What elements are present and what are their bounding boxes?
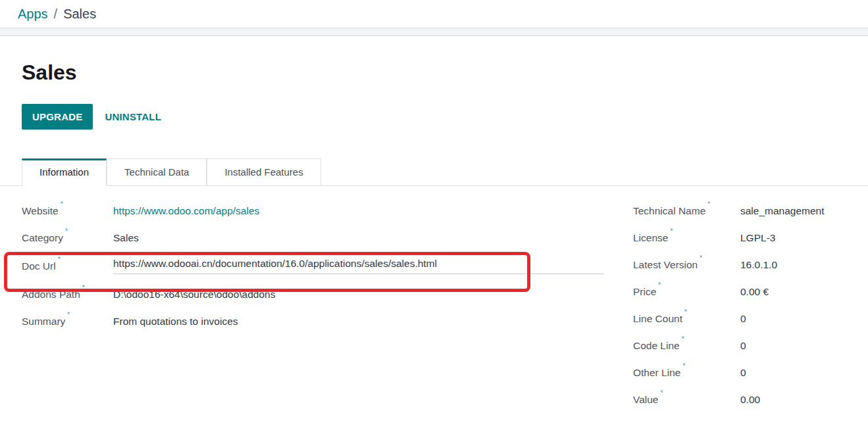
field-row-summary: Summary* From quotations to invoices <box>22 308 633 335</box>
uninstall-button[interactable]: UNINSTALL <box>105 111 161 122</box>
latest-version-label: Latest Version* <box>633 258 740 271</box>
technical-name-value: sale_management <box>740 205 825 217</box>
upgrade-button[interactable]: UPGRADE <box>22 104 93 130</box>
required-asterisk: * <box>65 228 68 235</box>
required-asterisk: * <box>707 201 710 208</box>
required-asterisk: * <box>58 256 61 263</box>
summary-label-text: Summary <box>22 316 65 327</box>
addons-path-label-text: Addons Path <box>22 289 80 300</box>
value-label: Value* <box>633 393 740 406</box>
latest-version-label-text: Latest Version <box>633 259 698 270</box>
breadcrumb-separator: / <box>54 7 58 22</box>
category-label: Category* <box>22 231 113 244</box>
tab-technical-data[interactable]: Technical Data <box>107 158 207 185</box>
line-count-value: 0 <box>740 313 746 325</box>
field-row-website: Website* https://www.odoo.com/app/sales <box>22 197 633 224</box>
required-asterisk: * <box>682 335 684 343</box>
line-count-label: Line Count* <box>633 312 740 325</box>
required-asterisk: * <box>67 311 70 318</box>
required-asterisk: * <box>682 362 685 370</box>
breadcrumb-apps-link[interactable]: Apps <box>18 7 48 22</box>
code-line-label: Code Line* <box>633 339 740 352</box>
field-row-addons-path: Addons Path* D:\odoo16-x64\source\odoo\a… <box>22 281 633 308</box>
required-asterisk: * <box>670 228 673 235</box>
field-row-line-count: Line Count* 0 <box>633 305 868 332</box>
field-row-doc-url: Doc Url* https://www.odooai.cn/documenta… <box>22 251 633 281</box>
summary-value: From quotations to invoices <box>113 316 238 327</box>
doc-url-label-text: Doc Url <box>22 260 56 272</box>
tab-installed-features[interactable]: Installed Features <box>207 158 320 185</box>
field-row-price: Price* 0.00 € <box>633 278 868 305</box>
other-line-label-text: Other Line <box>633 367 680 378</box>
breadcrumb-current: Sales <box>63 7 96 22</box>
license-label: License* <box>633 231 740 244</box>
fields-column-right: Technical Name* sale_management License*… <box>633 197 868 413</box>
required-asterisk: * <box>700 254 702 262</box>
content-background-strip <box>0 28 868 36</box>
field-row-latest-version: Latest Version* 16.0.1.0 <box>633 251 868 278</box>
value-label-text: Value <box>633 394 659 405</box>
breadcrumb: Apps / Sales <box>0 0 868 28</box>
doc-url-label: Doc Url* <box>22 260 113 272</box>
field-row-technical-name: Technical Name* sale_management <box>633 197 868 224</box>
line-count-label-text: Line Count <box>633 313 682 324</box>
addons-path-label: Addons Path* <box>22 288 113 301</box>
tab-information[interactable]: Information <box>22 158 107 186</box>
field-row-license: License* LGPL-3 <box>633 224 868 251</box>
information-tab-content: Website* https://www.odoo.com/app/sales … <box>22 197 868 413</box>
website-link[interactable]: https://www.odoo.com/app/sales <box>113 205 259 217</box>
page-title: Sales <box>22 60 868 85</box>
field-row-other-line: Other Line* 0 <box>633 359 868 386</box>
technical-name-label-text: Technical Name <box>633 205 705 216</box>
code-line-label-text: Code Line <box>633 340 680 351</box>
required-asterisk: * <box>61 201 63 208</box>
technical-name-label: Technical Name* <box>633 205 740 217</box>
field-row-value: Value* 0.00 <box>633 386 868 413</box>
field-row-code-line: Code Line* 0 <box>633 332 868 359</box>
website-label: Website* <box>22 205 113 217</box>
website-label-text: Website <box>22 205 59 216</box>
price-value: 0.00 € <box>740 286 769 298</box>
value-value: 0.00 <box>740 394 760 406</box>
fields-column-left: Website* https://www.odoo.com/app/sales … <box>22 197 633 413</box>
required-asterisk: * <box>684 308 687 316</box>
other-line-value: 0 <box>740 367 746 379</box>
required-asterisk: * <box>661 389 663 397</box>
field-row-category: Category* Sales <box>22 224 633 251</box>
other-line-label: Other Line* <box>633 366 740 379</box>
price-label-text: Price <box>633 286 656 297</box>
action-buttons-row: UPGRADE UNINSTALL <box>22 104 868 130</box>
notebook-tabs: Information Technical Data Installed Fea… <box>0 158 868 186</box>
license-value: LGPL-3 <box>740 232 775 244</box>
category-label-text: Category <box>22 232 63 243</box>
price-label: Price* <box>633 285 740 298</box>
code-line-value: 0 <box>740 340 746 352</box>
doc-url-input[interactable]: https://www.odooai.cn/documentation/16.0… <box>113 258 604 274</box>
license-label-text: License <box>633 232 668 243</box>
required-asterisk: * <box>658 281 661 289</box>
latest-version-value: 16.0.1.0 <box>740 259 777 271</box>
form-sheet: Sales UPGRADE UNINSTALL Information Tech… <box>0 60 868 413</box>
required-asterisk: * <box>82 284 85 291</box>
addons-path-value: D:\odoo16-x64\source\odoo\addons <box>113 289 275 301</box>
category-value: Sales <box>113 232 139 244</box>
summary-label: Summary* <box>22 315 113 327</box>
